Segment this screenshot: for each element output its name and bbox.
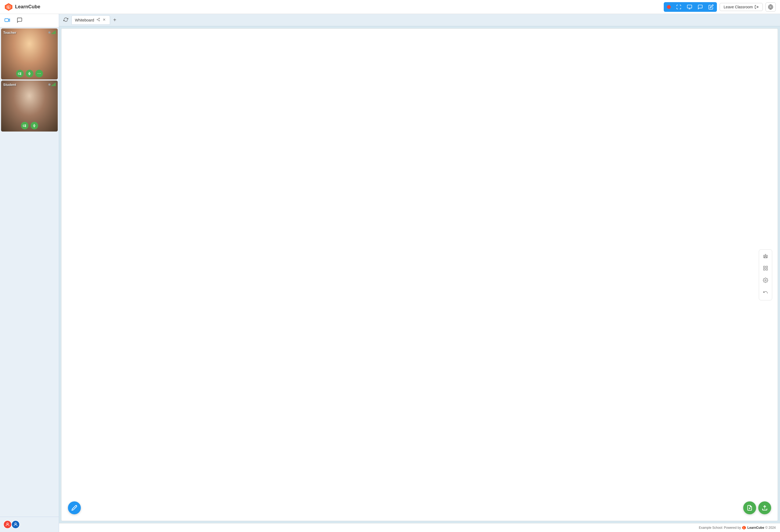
student-video-controls <box>21 122 38 129</box>
svg-point-64 <box>7 523 8 525</box>
screen-share-button[interactable] <box>686 3 693 11</box>
svg-rect-77 <box>765 257 765 258</box>
teacher-camera-button[interactable] <box>16 70 23 77</box>
svg-line-70 <box>98 19 99 19</box>
toolbar-buttons <box>664 2 717 12</box>
left-panel: Teacher <box>0 14 59 532</box>
student-mic-icon <box>33 124 36 127</box>
bottom-right-fabs <box>743 501 771 514</box>
upload-icon <box>762 505 768 511</box>
svg-point-51 <box>24 98 30 104</box>
svg-point-47 <box>19 99 30 111</box>
svg-point-74 <box>765 256 765 257</box>
edit-fab-button[interactable] <box>68 501 81 514</box>
whiteboard-tab-label: Whiteboard <box>75 18 94 22</box>
student-label: Student <box>3 83 16 87</box>
svg-rect-79 <box>764 266 765 268</box>
refresh-icon <box>63 17 68 22</box>
left-tab-bar <box>0 14 59 28</box>
student-status-dot <box>48 84 50 86</box>
settings-tool-button[interactable] <box>761 275 770 286</box>
footer-year: © 2024 <box>765 526 776 530</box>
grid-tool-button[interactable] <box>761 263 770 274</box>
svg-point-49 <box>23 101 36 111</box>
signal-bar-s1 <box>52 85 52 86</box>
teacher-avatar <box>3 520 12 529</box>
language-button[interactable] <box>766 2 776 11</box>
right-toolbar <box>759 249 772 300</box>
add-tab-button[interactable]: + <box>111 16 119 24</box>
record-button[interactable] <box>666 4 672 10</box>
chat-button[interactable] <box>696 3 704 11</box>
refresh-button[interactable] <box>61 16 70 24</box>
tab-bar: Whiteboard <box>59 14 780 26</box>
add-page-fab-button[interactable] <box>743 501 756 514</box>
tab-close-button[interactable] <box>102 17 107 23</box>
teacher-signal-bars <box>52 31 56 34</box>
whiteboard-tab[interactable]: Whiteboard <box>71 15 110 25</box>
close-icon <box>102 18 106 21</box>
svg-point-52 <box>29 98 35 104</box>
svg-rect-19 <box>37 50 40 67</box>
svg-rect-7 <box>5 19 9 22</box>
svg-point-22 <box>25 57 28 59</box>
camera-icon <box>18 72 21 75</box>
video-container: Teacher <box>0 28 59 517</box>
student-camera-button[interactable] <box>21 122 29 129</box>
signal-bar-1 <box>52 33 52 34</box>
leave-classroom-button[interactable]: Leave Classroom <box>720 3 763 11</box>
svg-point-53 <box>35 100 40 105</box>
edit-button[interactable] <box>707 3 715 11</box>
svg-rect-73 <box>764 255 768 258</box>
svg-rect-10 <box>17 31 42 47</box>
tab-share-button[interactable] <box>96 17 101 23</box>
student-avatar-icon <box>13 522 18 527</box>
student-mic-button[interactable] <box>31 122 38 129</box>
edit-icon <box>708 4 714 10</box>
teacher-status <box>48 31 56 34</box>
svg-rect-61 <box>34 124 35 126</box>
header-right: Leave Classroom <box>664 2 776 12</box>
svg-point-46 <box>19 96 40 109</box>
undo-tool-button[interactable] <box>761 287 770 299</box>
signal-bar-s4 <box>55 83 56 86</box>
logo-text: LearnCube <box>15 4 40 10</box>
svg-point-75 <box>766 256 767 257</box>
svg-rect-42 <box>9 91 26 105</box>
robot-tool-button[interactable] <box>761 251 770 262</box>
chat-tab[interactable] <box>15 16 23 25</box>
svg-text:L: L <box>7 5 10 9</box>
svg-point-23 <box>32 57 34 59</box>
fullscreen-button[interactable] <box>675 3 683 11</box>
signal-bar-4 <box>55 31 56 34</box>
teacher-label: Teacher <box>3 31 16 35</box>
leave-classroom-label: Leave Classroom <box>724 5 753 9</box>
svg-point-56 <box>25 111 28 113</box>
svg-line-69 <box>98 20 99 20</box>
svg-point-21 <box>31 56 34 59</box>
teacher-more-button[interactable]: ⋯ <box>36 70 43 77</box>
leave-arrow-icon <box>754 5 759 9</box>
robot-icon <box>763 253 768 259</box>
student-avatar <box>11 520 20 529</box>
svg-rect-15 <box>28 60 32 65</box>
svg-rect-82 <box>766 268 768 270</box>
svg-point-50 <box>19 100 24 105</box>
tab-actions <box>96 17 107 23</box>
svg-rect-12 <box>23 42 26 46</box>
signal-bar-3 <box>54 32 54 34</box>
svg-point-66 <box>99 18 100 19</box>
signal-bar-2 <box>53 32 53 34</box>
add-page-icon <box>747 505 752 511</box>
chat-icon <box>697 4 703 10</box>
student-camera-icon <box>23 124 26 127</box>
video-tab[interactable] <box>3 16 11 25</box>
svg-rect-44 <box>28 115 32 119</box>
video-tab-icon <box>4 17 10 23</box>
signal-bar-s2 <box>53 84 53 86</box>
teacher-avatar-icon <box>5 522 10 527</box>
svg-rect-29 <box>29 72 30 74</box>
teacher-video-card: Teacher <box>1 29 58 79</box>
upload-fab-button[interactable] <box>758 501 771 514</box>
teacher-mic-button[interactable] <box>26 70 33 77</box>
